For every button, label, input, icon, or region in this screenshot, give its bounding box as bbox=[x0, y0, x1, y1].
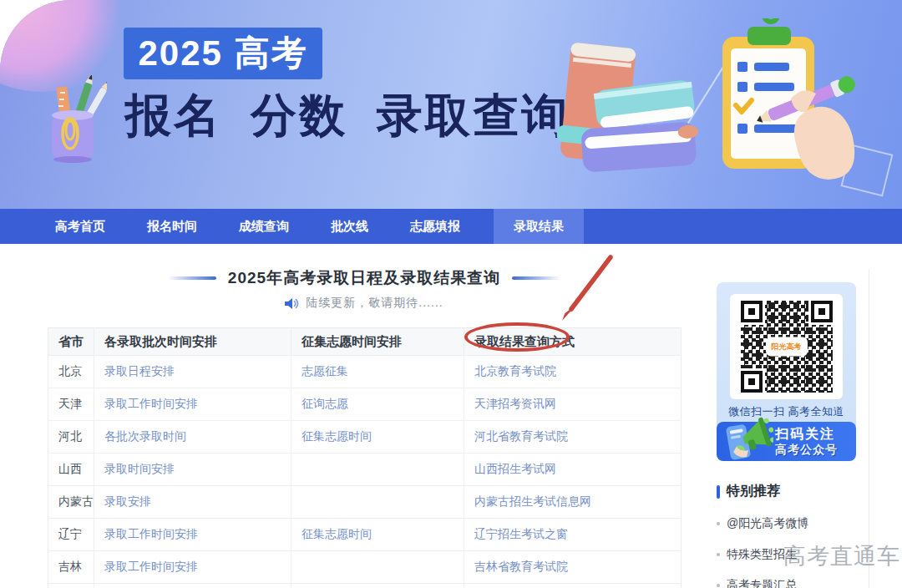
nav-item-cutoff[interactable]: 批次线 bbox=[322, 209, 377, 244]
province-cell: 内蒙古 bbox=[48, 486, 94, 519]
notice-row: 陆续更新，敬请期待...... bbox=[48, 296, 681, 311]
col-header-collect-schedule: 征集志愿时间安排 bbox=[291, 328, 464, 356]
banner-title: 报名 分数 录取查询 bbox=[125, 85, 570, 147]
province-cell: 河北 bbox=[48, 421, 94, 454]
table-row: 内蒙古 录取安排 内蒙古招生考试信息网 bbox=[48, 486, 682, 519]
wechat-qr-card: 阳光高考 微信扫一扫 高考全知道 bbox=[717, 282, 856, 461]
schedule-link[interactable]: 录取工作时间安排 bbox=[104, 397, 198, 410]
bullet-dot-icon bbox=[717, 522, 720, 525]
table-row: 天津 录取工作时间安排 征询志愿 天津招考资讯网 bbox=[48, 388, 682, 421]
main-nav: 高考首页 报名时间 成绩查询 批次线 志愿填报 录取结果 bbox=[0, 209, 902, 244]
hero-banner: 2025 高考 报名 分数 录取查询 bbox=[0, 0, 902, 209]
nav-item-admission-results[interactable]: 录取结果 bbox=[494, 209, 584, 244]
nav-item-scores[interactable]: 成绩查询 bbox=[231, 209, 297, 244]
bullet-dot-icon bbox=[717, 553, 720, 556]
qr-finder-icon bbox=[811, 301, 833, 322]
table-row-partial bbox=[48, 584, 682, 588]
collect-link[interactable]: 征集志愿时间 bbox=[302, 429, 372, 443]
megaphone-icon bbox=[722, 415, 773, 464]
qr-code: 阳光高考 bbox=[741, 301, 833, 393]
table-row: 北京 录取日程安排 志愿征集 北京教育考试院 bbox=[48, 356, 682, 388]
recommend-item-topics[interactable]: 高考专题汇总 bbox=[717, 578, 867, 588]
schedule-link[interactable]: 录取日程安排 bbox=[104, 364, 175, 378]
admission-schedule-table: 省市 各录取批次时间安排 征集志愿时间安排 录取结果查询方式 北京 录取日程安排… bbox=[48, 327, 682, 588]
books-stack-icon bbox=[547, 35, 722, 181]
col-header-query-method: 录取结果查询方式 bbox=[464, 328, 682, 356]
recommend-item-weibo[interactable]: @阳光高考微博 bbox=[717, 516, 867, 531]
query-link[interactable]: 天津招考资讯网 bbox=[474, 397, 556, 410]
follow-banner-line1: 扫码关注 bbox=[775, 427, 838, 442]
gaokao-portal-page: 2025 高考 报名 分数 录取查询 bbox=[0, 0, 902, 588]
notice-text: 陆续更新，敬请期待...... bbox=[306, 296, 443, 311]
table-row: 辽宁 录取工作时间安排 征集志愿时间 辽宁招生考试之窗 bbox=[48, 519, 682, 551]
schedule-link[interactable]: 录取时间安排 bbox=[104, 462, 175, 475]
qr-finder-icon bbox=[741, 371, 763, 393]
collect-link[interactable]: 征询志愿 bbox=[302, 397, 348, 410]
year-badge: 2025 高考 bbox=[124, 28, 322, 79]
schedule-link[interactable]: 录取安排 bbox=[104, 494, 151, 508]
table-header-row: 省市 各录取批次时间安排 征集志愿时间安排 录取结果查询方式 bbox=[48, 328, 682, 356]
province-cell: 山西 bbox=[48, 454, 94, 486]
special-recommend-section: 特别推荐 @阳光高考微博 特殊类型招生 高考专题汇总 bbox=[717, 483, 867, 588]
recommend-header: 特别推荐 bbox=[717, 483, 867, 500]
province-cell: 吉林 bbox=[48, 551, 94, 584]
qr-code-frame: 阳光高考 bbox=[730, 294, 843, 399]
watermark: 高考直通车 bbox=[783, 541, 900, 571]
follow-banner[interactable]: 扫码关注 高考公众号 bbox=[717, 422, 856, 461]
table-row: 吉林 录取工作时间安排 吉林省教育考试院 bbox=[48, 551, 682, 584]
speaker-icon bbox=[285, 297, 299, 310]
page-title: 2025年高考录取日程及录取结果查询 bbox=[228, 267, 500, 289]
schedule-link[interactable]: 各批次录取时间 bbox=[104, 429, 186, 443]
qr-center-logo: 阳光高考 bbox=[768, 340, 805, 354]
clipboard-checklist-icon bbox=[697, 18, 864, 185]
collect-link[interactable]: 征集志愿时间 bbox=[302, 527, 372, 540]
nav-item-register[interactable]: 报名时间 bbox=[139, 209, 205, 244]
red-arrow-annotation bbox=[539, 247, 631, 331]
table-row: 河北 各批次录取时间 征集志愿时间 河北省教育考试院 bbox=[48, 421, 682, 454]
query-link[interactable]: 北京教育考试院 bbox=[474, 364, 556, 378]
content-right-divider bbox=[869, 269, 869, 588]
nav-item-home[interactable]: 高考首页 bbox=[47, 209, 114, 244]
col-header-province: 省市 bbox=[48, 328, 94, 356]
query-link[interactable]: 山西招生考试网 bbox=[474, 462, 556, 475]
table-body: 北京 录取日程安排 志愿征集 北京教育考试院 天津 录取工作时间安排 征询志愿 … bbox=[48, 356, 682, 588]
col-header-batch-schedule: 各录取批次时间安排 bbox=[94, 328, 291, 356]
query-link[interactable]: 吉林省教育考试院 bbox=[474, 560, 568, 573]
schedule-link[interactable]: 录取工作时间安排 bbox=[104, 560, 198, 573]
province-cell: 天津 bbox=[48, 388, 94, 421]
collect-link[interactable]: 志愿征集 bbox=[302, 364, 348, 378]
bullet-dot-icon bbox=[717, 584, 720, 587]
query-link[interactable]: 辽宁招生考试之窗 bbox=[474, 527, 568, 540]
title-line-left bbox=[168, 276, 216, 280]
pencil-cup-icon bbox=[40, 75, 107, 167]
province-cell: 辽宁 bbox=[48, 519, 94, 551]
accent-bar bbox=[717, 485, 720, 499]
follow-banner-line2: 高考公众号 bbox=[775, 443, 838, 456]
title-line-right bbox=[512, 276, 560, 280]
nav-item-volunteer[interactable]: 志愿填报 bbox=[402, 209, 469, 244]
schedule-link[interactable]: 录取工作时间安排 bbox=[104, 527, 198, 540]
section-header: 2025年高考录取日程及录取结果查询 bbox=[48, 267, 681, 289]
recommend-title: 特别推荐 bbox=[727, 483, 780, 500]
qr-finder-icon bbox=[741, 301, 763, 322]
query-link[interactable]: 河北省教育考试院 bbox=[474, 429, 568, 443]
query-link[interactable]: 内蒙古招生考试信息网 bbox=[474, 494, 591, 508]
province-cell: 北京 bbox=[48, 356, 94, 388]
table-row: 山西 录取时间安排 山西招生考试网 bbox=[48, 454, 682, 486]
